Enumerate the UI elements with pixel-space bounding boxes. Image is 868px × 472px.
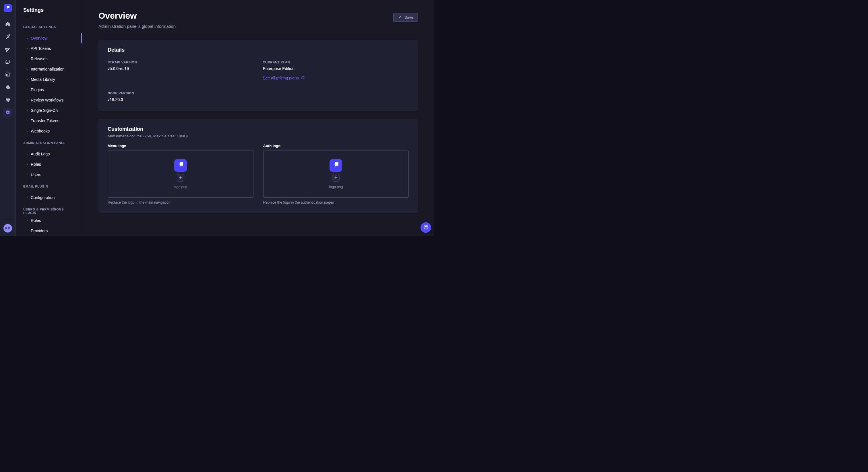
question-mark-icon: [423, 224, 429, 231]
feather-icon: [5, 34, 11, 40]
auth-logo-label: Auth logo: [263, 144, 409, 148]
field-label: STRAPI VERSION: [107, 61, 254, 64]
title-rule: [23, 18, 30, 19]
pricing-link-label: See all pricing plans: [263, 76, 299, 80]
menu-logo-dropzone[interactable]: logo.png: [107, 150, 253, 198]
field-value: v5.0.0-rc.19: [107, 66, 254, 71]
main-content: Overview Administration panel’s global i…: [82, 0, 434, 236]
section-header-global-settings: GLOBAL SETTINGS: [23, 25, 74, 29]
field-value: v18.20.3: [107, 97, 254, 102]
external-link-icon: [301, 76, 305, 80]
auth-logo-filename: logo.png: [329, 185, 343, 189]
field-node-version: NODE VERSION v18.20.3: [107, 92, 254, 102]
sidebar-item-label: Providers: [31, 229, 48, 233]
bullet-icon: [27, 38, 28, 39]
nav-home[interactable]: [3, 21, 12, 28]
sidebar-item-media-library[interactable]: Media Library: [16, 74, 82, 85]
bullet-icon: [27, 59, 28, 59]
menu-logo-label: Menu logo: [107, 144, 253, 148]
nav-cloud[interactable]: [3, 84, 12, 91]
menu-logo-caption: Replace the logo in the main navigation: [107, 200, 253, 204]
bullet-icon: [27, 48, 28, 49]
nav-marketplace[interactable]: [3, 97, 12, 103]
bullet-icon: [27, 121, 28, 121]
sidebar-item-label: API Tokens: [31, 46, 51, 51]
strapi-logo-icon: [176, 160, 185, 171]
section-list-users-permissions-plugin: Roles Providers: [16, 215, 82, 236]
sidebar-item-releases[interactable]: Releases: [16, 54, 82, 64]
section-list-administration-panel: Audit Logs Roles Users: [16, 149, 82, 180]
bullet-icon: [27, 197, 28, 198]
active-indicator: [81, 33, 82, 43]
layout-icon: [5, 72, 11, 78]
nav-settings[interactable]: [3, 108, 12, 117]
sidebar-item-admin-users[interactable]: Users: [16, 169, 82, 180]
paper-plane-icon: [5, 46, 11, 53]
gear-icon: [5, 109, 11, 116]
sidebar-item-label: Users: [31, 172, 41, 177]
bullet-icon: [27, 69, 28, 70]
strapi-logo-icon: [5, 4, 11, 12]
cloud-icon: [5, 84, 11, 91]
details-fields: STRAPI VERSION v5.0.0-rc.19 CURRENT PLAN…: [107, 61, 409, 102]
page-header: Overview Administration panel’s global i…: [98, 11, 418, 29]
auth-logo-caption: Replace the logo in the authentication p…: [263, 200, 409, 204]
sidebar-item-up-providers[interactable]: Providers: [16, 226, 82, 236]
sidebar-item-internationalization[interactable]: Internationalization: [16, 64, 82, 74]
nav-deploy[interactable]: [3, 46, 12, 53]
section-header-email-plugin: EMAIL PLUGIN: [23, 185, 74, 189]
sidebar-item-transfer-tokens[interactable]: Transfer Tokens: [16, 115, 82, 126]
bullet-icon: [27, 164, 28, 165]
sidebar-item-audit-logs[interactable]: Audit Logs: [16, 149, 82, 159]
help-button[interactable]: [421, 222, 431, 233]
nav-content-manager[interactable]: [3, 71, 12, 78]
customization-card: Customization Max dimension: 750×750, Ma…: [98, 119, 418, 213]
section-list-email-plugin: Configuration: [16, 193, 82, 203]
save-button[interactable]: Save: [393, 12, 418, 22]
section-header-users-permissions-plugin: USERS & PERMISSIONS PLUGIN: [23, 208, 74, 211]
menu-logo-filename: logo.png: [174, 185, 187, 189]
sidebar-item-single-sign-on[interactable]: Single Sign-On: [16, 105, 82, 115]
sidebar-item-label: Transfer Tokens: [31, 119, 59, 123]
sidebar-item-label: Internationalization: [31, 67, 65, 71]
auth-logo-field: Auth logo logo.png: [263, 144, 409, 204]
check-icon: [398, 15, 402, 20]
sidebar-item-plugins[interactable]: Plugins: [16, 85, 82, 95]
bullet-icon: [27, 110, 28, 111]
bullet-icon: [27, 131, 28, 132]
sidebar-item-label: Single Sign-On: [31, 108, 58, 113]
nav-content-builder[interactable]: [3, 34, 12, 40]
sidebar-item-admin-roles[interactable]: Roles: [16, 159, 82, 169]
sidebar-item-email-configuration[interactable]: Configuration: [16, 193, 82, 203]
sidebar-item-up-roles[interactable]: Roles: [16, 215, 82, 226]
main-nav-rail: KD: [0, 0, 16, 236]
sidebar-item-overview[interactable]: Overview: [16, 33, 82, 43]
rail-footer: KD: [0, 220, 16, 236]
user-avatar[interactable]: KD: [3, 224, 12, 233]
bullet-icon: [27, 100, 28, 101]
auth-logo-preview: [330, 159, 342, 172]
sidebar-item-webhooks[interactable]: Webhooks: [16, 126, 82, 136]
auth-logo-dropzone[interactable]: logo.png: [263, 150, 409, 198]
sidebar-item-label: Releases: [31, 57, 48, 61]
add-auth-logo-button[interactable]: [332, 174, 340, 181]
nav-media-library[interactable]: [3, 59, 12, 66]
sidebar-item-label: Audit Logs: [31, 152, 50, 156]
sidebar-item-label: Webhooks: [31, 129, 50, 133]
customization-subtitle: Max dimension: 750×750, Max file size: 1…: [107, 134, 409, 138]
workplace-logo-button[interactable]: [4, 4, 12, 12]
page-header-text: Overview Administration panel’s global i…: [98, 11, 176, 29]
bullet-icon: [27, 154, 28, 155]
sidebar-item-review-workflows[interactable]: Review Workflows: [16, 95, 82, 105]
page-subtitle: Administration panel’s global informatio…: [98, 24, 176, 29]
home-icon: [5, 21, 11, 28]
pricing-plans-link[interactable]: See all pricing plans: [263, 76, 305, 80]
rail-divider: [0, 16, 16, 16]
field-strapi-version: STRAPI VERSION v5.0.0-rc.19: [107, 61, 254, 80]
sidebar-item-label: Media Library: [31, 77, 55, 82]
menu-logo-preview: [174, 159, 187, 172]
settings-sidebar: Settings GLOBAL SETTINGS Overview API To…: [16, 0, 82, 236]
plus-icon: [179, 175, 183, 180]
sidebar-item-api-tokens[interactable]: API Tokens: [16, 43, 82, 54]
add-menu-logo-button[interactable]: [177, 174, 184, 181]
